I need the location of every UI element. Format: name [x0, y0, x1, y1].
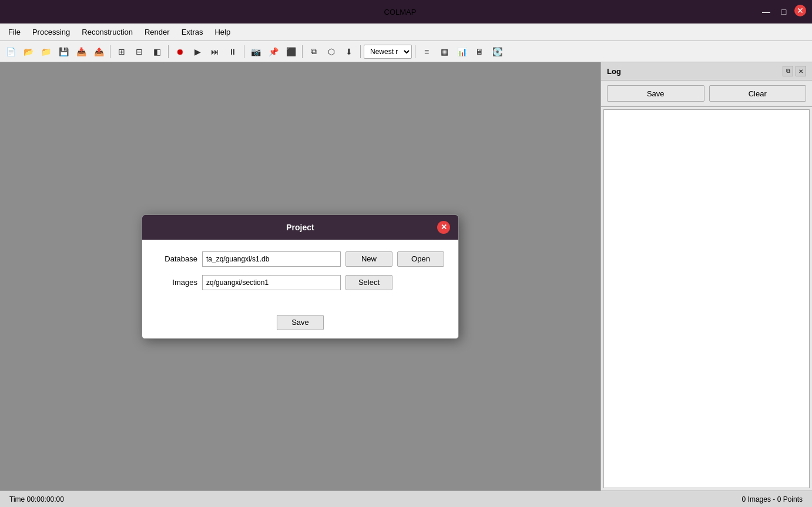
status-bar: Time 00:00:00:00 0 Images - 0 Points	[0, 491, 812, 507]
main-area: Project ✕ Database New Open Images	[0, 62, 812, 491]
dialog-titlebar: Project ✕	[142, 215, 458, 240]
modal-overlay: Project ✕ Database New Open Images	[0, 62, 600, 491]
maximize-button[interactable]: □	[777, 5, 791, 19]
close-button[interactable]: ✕	[794, 5, 806, 16]
toolbar-separator-5	[360, 45, 361, 58]
status-stats: 0 Images - 0 Points	[742, 495, 803, 503]
dialog-body: Database New Open Images Select	[142, 240, 458, 310]
images-label: Images	[156, 278, 197, 287]
toolbar-step[interactable]: ⏭	[207, 43, 223, 60]
log-restore-button[interactable]: ⧉	[783, 66, 793, 76]
toolbar-separator-1	[110, 45, 110, 58]
toolbar-save2[interactable]: 💽	[489, 43, 505, 60]
dialog-save-button[interactable]: Save	[277, 315, 324, 330]
menu-help[interactable]: Help	[209, 25, 236, 39]
toolbar-view-table[interactable]: ⊟	[131, 43, 147, 60]
toolbar-camera[interactable]: 📷	[247, 43, 264, 60]
status-time: Time 00:00:00:00	[9, 495, 64, 503]
log-header-icons: ⧉ ✕	[783, 66, 806, 76]
toolbar-view-dropdown[interactable]: Newest r Oldest r	[364, 45, 412, 59]
toolbar-record[interactable]: ⏺	[172, 43, 188, 60]
dialog-footer: Save	[142, 310, 458, 338]
project-dialog: Project ✕ Database New Open Images	[142, 214, 459, 339]
minimize-button[interactable]: —	[759, 5, 773, 19]
toolbar: 📄 📂 📁 💾 📥 📤 ⊞ ⊟ ◧ ⏺ ▶ ⏭ ⏸ 📷 📌 ⬛ ⧉ ⬡ ⬇ Ne…	[0, 41, 812, 62]
open-button[interactable]: Open	[397, 251, 444, 267]
new-button[interactable]: New	[345, 251, 392, 267]
toolbar-chart[interactable]: 📊	[454, 43, 470, 60]
toolbar-export[interactable]: 📤	[90, 43, 107, 60]
menu-extras[interactable]: Extras	[176, 25, 209, 39]
database-row: Database New Open	[156, 251, 444, 267]
dialog-title: Project	[163, 223, 437, 232]
menu-bar: File Processing Reconstruction Render Ex…	[0, 23, 812, 41]
menu-processing[interactable]: Processing	[26, 25, 76, 39]
title-bar-controls: — □ ✕	[759, 5, 806, 19]
toolbar-open-folder[interactable]: 📂	[20, 43, 36, 60]
log-clear-button[interactable]: Clear	[709, 85, 807, 102]
toolbar-save[interactable]: 💾	[55, 43, 72, 60]
toolbar-separator-2	[168, 45, 169, 58]
toolbar-view-grid[interactable]: ⊞	[113, 43, 130, 60]
log-header: Log ⧉ ✕	[601, 62, 812, 80]
log-panel: Log ⧉ ✕ Save Clear	[600, 62, 812, 491]
toolbar-download[interactable]: ⬇	[341, 43, 357, 60]
app-title: COLMAP	[384, 8, 417, 16]
toolbar-play[interactable]: ▶	[189, 43, 206, 60]
log-content	[603, 109, 810, 488]
canvas-area: Project ✕ Database New Open Images	[0, 62, 600, 491]
dialog-close-button[interactable]: ✕	[437, 221, 450, 234]
toolbar-copy[interactable]: ⧉	[306, 43, 322, 60]
database-input[interactable]	[202, 251, 341, 267]
toolbar-pause[interactable]: ⏸	[224, 43, 241, 60]
toolbar-align-left[interactable]: ≡	[418, 43, 435, 60]
toolbar-display[interactable]: 🖥	[471, 43, 488, 60]
menu-reconstruction[interactable]: Reconstruction	[76, 25, 139, 39]
menu-file[interactable]: File	[2, 25, 26, 39]
toolbar-separator-6	[415, 45, 415, 58]
toolbar-separator-4	[302, 45, 303, 58]
log-title: Log	[607, 67, 621, 76]
toolbar-import[interactable]: 📥	[73, 43, 89, 60]
log-save-button[interactable]: Save	[607, 85, 704, 102]
log-close-button[interactable]: ✕	[796, 66, 806, 76]
toolbar-qr[interactable]: ▦	[436, 43, 452, 60]
menu-render[interactable]: Render	[139, 25, 176, 39]
log-buttons-row: Save Clear	[601, 80, 812, 107]
database-label: Database	[156, 254, 197, 263]
toolbar-pin[interactable]: 📌	[265, 43, 281, 60]
toolbar-view-3d[interactable]: ◧	[149, 43, 165, 60]
toolbar-new-file[interactable]: 📄	[2, 43, 19, 60]
select-button[interactable]: Select	[345, 275, 392, 290]
images-row: Images Select	[156, 275, 444, 290]
toolbar-paste[interactable]: ⬡	[323, 43, 340, 60]
toolbar-open-file[interactable]: 📁	[38, 43, 54, 60]
toolbar-separator-3	[244, 45, 244, 58]
toolbar-cube[interactable]: ⬛	[283, 43, 299, 60]
title-bar: COLMAP — □ ✕	[0, 0, 812, 23]
images-input[interactable]	[202, 275, 341, 290]
